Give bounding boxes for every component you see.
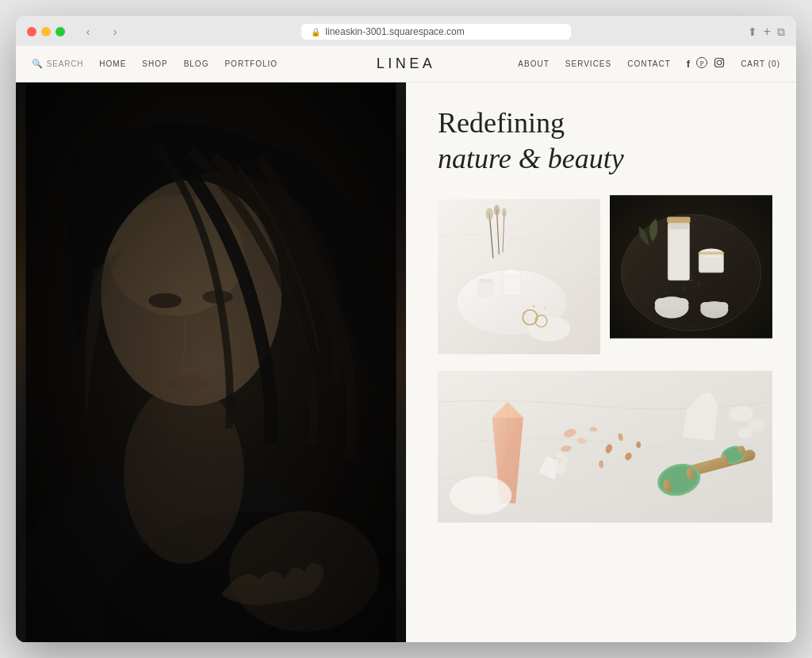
- nav-services[interactable]: SERVICES: [565, 59, 611, 68]
- browser-actions: ⬆ + ⧉: [748, 25, 785, 39]
- nav-contact[interactable]: CONTACT: [627, 59, 671, 68]
- hero-heading: Redefining nature & beauty: [438, 106, 772, 178]
- left-panel: [16, 82, 406, 642]
- social-icons: f P: [687, 57, 725, 71]
- nav-blog[interactable]: BLOG: [184, 59, 209, 68]
- right-panel: Redefining nature & beauty: [406, 82, 796, 642]
- nav-center: LINEA: [377, 55, 436, 72]
- svg-text:P: P: [700, 59, 704, 67]
- svg-point-33: [524, 312, 527, 315]
- photo-beauty-items: [438, 193, 600, 360]
- nav-portfolio[interactable]: PORTFOLIO: [224, 59, 278, 68]
- forward-button[interactable]: ›: [105, 24, 125, 40]
- nav-about[interactable]: ABOUT: [518, 59, 549, 68]
- svg-point-34: [544, 308, 546, 310]
- address-bar[interactable]: 🔒 lineaskin-3001.squarespace.com: [301, 24, 571, 40]
- search-icon: 🔍: [32, 59, 44, 69]
- svg-rect-46: [655, 298, 689, 309]
- svg-point-49: [691, 280, 692, 281]
- close-button[interactable]: [27, 27, 36, 36]
- minimize-button[interactable]: [41, 27, 51, 36]
- svg-rect-38: [668, 222, 689, 280]
- photo-skincare: [610, 193, 772, 340]
- svg-point-50: [683, 288, 684, 289]
- site-content: Redefining nature & beauty: [16, 82, 796, 642]
- svg-point-30: [494, 205, 500, 216]
- svg-point-32: [532, 304, 535, 308]
- new-tab-icon[interactable]: +: [764, 25, 771, 39]
- url-text: lineaskin-3001.squarespace.com: [325, 26, 464, 37]
- svg-rect-44: [698, 251, 724, 254]
- pinterest-icon[interactable]: P: [696, 57, 707, 71]
- hero-title-italic: nature & beauty: [438, 140, 772, 178]
- svg-rect-40: [671, 228, 687, 229]
- site-logo[interactable]: LINEA: [377, 55, 436, 71]
- search-box[interactable]: 🔍 SEARCH: [32, 59, 83, 69]
- svg-rect-41: [667, 217, 690, 224]
- svg-rect-16: [26, 82, 396, 642]
- traffic-lights: [27, 27, 65, 36]
- svg-point-51: [699, 284, 699, 285]
- site-navbar: 🔍 SEARCH HOME SHOP BLOG PORTFOLIO LINEA …: [16, 46, 796, 82]
- address-bar-container: 🔒 lineaskin-3001.squarespace.com: [132, 24, 741, 40]
- nav-left: 🔍 SEARCH HOME SHOP BLOG PORTFOLIO: [32, 59, 406, 69]
- svg-rect-22: [478, 281, 493, 297]
- svg-rect-23: [479, 279, 492, 283]
- lock-icon: 🔒: [311, 28, 320, 36]
- title-bar: ‹ › 🔒 lineaskin-3001.squarespace.com ⬆ +…: [27, 24, 785, 40]
- windows-icon[interactable]: ⧉: [777, 25, 785, 39]
- svg-point-57: [589, 427, 597, 431]
- svg-point-19: [527, 315, 571, 342]
- nav-home[interactable]: HOME: [99, 59, 126, 68]
- search-label: SEARCH: [47, 59, 83, 68]
- portrait-photo: [16, 82, 406, 642]
- svg-point-62: [636, 442, 641, 448]
- nav-right: ABOUT SERVICES CONTACT f P: [406, 57, 780, 71]
- svg-point-4: [722, 59, 722, 60]
- svg-point-21: [503, 270, 520, 277]
- browser-window: ‹ › 🔒 lineaskin-3001.squarespace.com ⬆ +…: [16, 16, 796, 642]
- svg-point-3: [717, 60, 722, 65]
- nav-shop[interactable]: SHOP: [142, 59, 167, 68]
- svg-rect-48: [700, 302, 728, 311]
- svg-point-73: [730, 406, 753, 422]
- facebook-icon[interactable]: f: [687, 58, 690, 70]
- browser-chrome: ‹ › 🔒 lineaskin-3001.squarespace.com ⬆ +…: [16, 16, 796, 46]
- photo-tools: [438, 369, 772, 524]
- back-button[interactable]: ‹: [78, 24, 98, 40]
- svg-point-31: [502, 208, 507, 216]
- instagram-icon[interactable]: [714, 57, 725, 71]
- svg-point-75: [737, 427, 753, 438]
- maximize-button[interactable]: [56, 27, 65, 36]
- hero-title-main: Redefining: [438, 106, 772, 140]
- svg-point-29: [486, 208, 493, 220]
- photo-grid: [438, 193, 772, 524]
- cart-button[interactable]: CART (0): [741, 59, 780, 68]
- svg-point-76: [450, 476, 512, 515]
- share-icon[interactable]: ⬆: [748, 25, 757, 38]
